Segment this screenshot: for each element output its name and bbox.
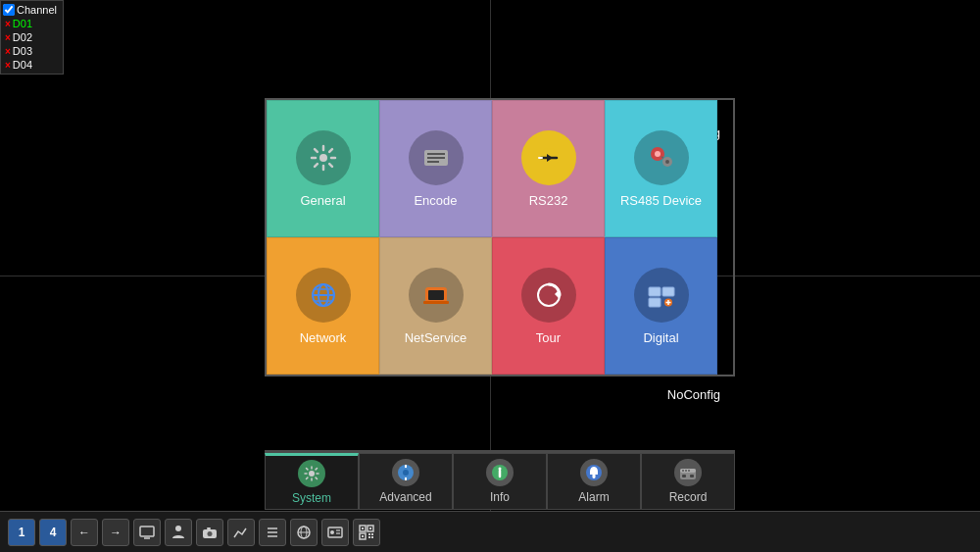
tab-system[interactable]: System [265, 453, 359, 510]
rs485-icon-circle [634, 130, 689, 185]
network-icon [308, 279, 339, 311]
svg-rect-32 [405, 477, 407, 480]
toolbar-btn-1[interactable]: 1 [8, 519, 35, 546]
system-tab-label: System [292, 491, 331, 505]
toolbar-btn-graph[interactable] [227, 519, 255, 546]
rs485-label: RS485 Device [620, 193, 702, 208]
d03-label: D03 [13, 45, 32, 57]
channel-item-d01: × D01 [3, 17, 61, 30]
svg-point-10 [665, 160, 669, 164]
toolbar-btn-id[interactable] [321, 519, 349, 546]
svg-point-50 [208, 531, 213, 536]
menu-item-network[interactable]: Network [267, 237, 379, 375]
main-menu: General Encode [265, 98, 735, 376]
toolbar-btn-camera[interactable] [196, 519, 223, 546]
svg-point-28 [309, 471, 315, 477]
svg-rect-3 [427, 157, 445, 159]
svg-rect-70 [368, 536, 370, 538]
encode-icon-circle [409, 130, 464, 185]
toolbar-btn-back[interactable]: ← [71, 519, 98, 546]
menu-item-rs485[interactable]: RS485 Device [605, 100, 717, 237]
channel-item-d03: × D03 [3, 44, 61, 58]
svg-point-59 [330, 530, 334, 534]
svg-point-0 [319, 154, 327, 162]
channel-checkbox[interactable] [3, 4, 15, 16]
svg-rect-67 [362, 535, 364, 537]
tab-record[interactable]: Record [641, 453, 735, 510]
svg-point-8 [655, 151, 661, 157]
toolbar-btn-monitor[interactable] [133, 519, 161, 546]
svg-rect-68 [368, 533, 370, 535]
alarm-tab-icon [580, 459, 608, 486]
tour-icon [533, 279, 564, 311]
svg-rect-2 [427, 153, 445, 155]
tour-icon-circle [521, 268, 576, 323]
svg-point-48 [175, 526, 181, 531]
channel-title: Channel [3, 3, 61, 17]
svg-rect-19 [423, 301, 449, 304]
tour-label: Tour [536, 330, 561, 345]
toolbar-btn-forward[interactable]: → [102, 519, 129, 546]
svg-rect-4 [427, 161, 439, 163]
alarm-icon [585, 464, 603, 481]
svg-rect-22 [649, 287, 661, 296]
general-icon-circle [296, 130, 351, 185]
svg-point-38 [593, 476, 596, 478]
rs232-icon-circle [521, 130, 576, 185]
advanced-icon [397, 464, 415, 481]
svg-line-11 [662, 157, 663, 158]
rs232-icon [533, 142, 564, 174]
menu-item-digital[interactable]: Digital [605, 237, 717, 375]
menu-item-encode[interactable]: Encode [379, 100, 492, 237]
encode-icon [420, 142, 452, 174]
toolbar-btn-qr[interactable] [353, 519, 380, 546]
toolbar-btn-4[interactable]: 4 [39, 519, 67, 546]
channel-panel: Channel × D01 × D02 × D03 × D04 [0, 0, 64, 75]
channel-label: Channel [17, 4, 57, 16]
svg-rect-51 [207, 527, 211, 529]
menu-item-rs232[interactable]: RS232 [492, 100, 605, 237]
menu-item-general[interactable]: General [267, 100, 379, 237]
channel-item-d02: × D02 [3, 30, 61, 44]
svg-point-35 [499, 468, 502, 471]
record-tab-icon [674, 459, 702, 486]
menu-item-tour[interactable]: Tour [492, 237, 605, 375]
general-label: General [300, 193, 345, 208]
alarm-tab-label: Alarm [578, 490, 609, 504]
d03-status: × [5, 46, 11, 57]
d02-label: D02 [13, 31, 32, 43]
svg-rect-71 [371, 533, 373, 535]
netservice-icon [420, 279, 452, 311]
svg-rect-24 [649, 298, 661, 307]
info-tab-label: Info [490, 490, 510, 504]
svg-rect-45 [690, 475, 694, 477]
general-icon [308, 142, 339, 174]
system-tab-icon [298, 460, 325, 487]
record-tab-label: Record [669, 490, 708, 504]
digital-icon-circle [634, 268, 689, 323]
toolbar-btn-person[interactable] [165, 519, 192, 546]
tab-advanced[interactable]: Advanced [359, 453, 453, 510]
svg-rect-66 [369, 527, 371, 529]
svg-rect-18 [428, 290, 444, 300]
system-icon [303, 465, 320, 482]
svg-rect-46 [140, 527, 154, 536]
digital-label: Digital [643, 330, 678, 345]
tab-alarm[interactable]: Alarm [547, 453, 641, 510]
rs485-icon [646, 142, 677, 174]
tab-info[interactable]: Info [453, 453, 547, 510]
menu-grid: General Encode [265, 98, 735, 376]
info-icon [491, 464, 509, 481]
menu-item-netservice[interactable]: NetService [379, 237, 492, 375]
digital-icon [646, 279, 677, 311]
toolbar-btn-list[interactable] [259, 519, 286, 546]
d02-status: × [5, 32, 11, 43]
record-icon [679, 464, 697, 481]
network-label: Network [300, 330, 347, 345]
toolbar-btn-globe[interactable] [290, 519, 318, 546]
netservice-label: NetService [405, 330, 467, 345]
d04-label: D04 [13, 59, 32, 71]
svg-rect-44 [682, 475, 686, 477]
bottom-toolbar: 1 4 ← → [0, 511, 980, 552]
svg-rect-23 [662, 287, 674, 296]
